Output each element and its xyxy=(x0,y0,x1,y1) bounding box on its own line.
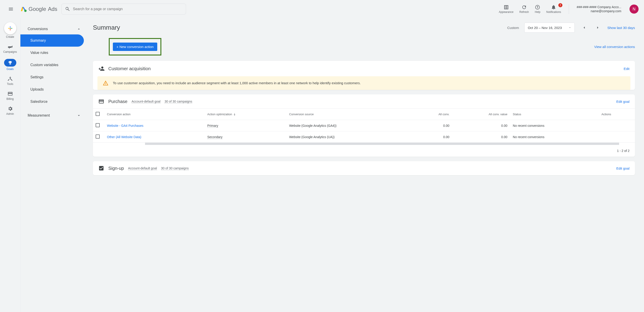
divider xyxy=(569,4,569,14)
notification-badge: ! xyxy=(558,3,562,7)
sidebar-item-value-rules[interactable]: Value rules xyxy=(20,47,84,59)
sort-down-icon xyxy=(233,113,236,116)
svg-point-0 xyxy=(24,9,27,12)
col-conversion-source[interactable]: Conversion source xyxy=(286,109,413,120)
card-title: Purchase xyxy=(108,99,128,104)
edit-link[interactable]: Edit xyxy=(624,67,630,71)
warning-banner: To use customer acquisition, you need to… xyxy=(98,76,630,90)
brand-ads-text: Ads xyxy=(48,6,57,12)
checkbox-icon xyxy=(98,165,104,171)
prev-period-button[interactable] xyxy=(580,23,588,32)
purchase-table: Conversion action Action optimization Co… xyxy=(93,109,635,143)
card-title: Sign-up xyxy=(108,166,124,171)
sidebar-section-measurement[interactable]: Measurement xyxy=(20,110,88,121)
top-actions: Appearance Refresh Help ! Notifications … xyxy=(499,4,638,14)
account-info[interactable]: ###-###-#### Company Acco... name@compan… xyxy=(577,5,621,13)
col-status[interactable]: Status xyxy=(510,109,599,120)
search-input[interactable] xyxy=(73,7,183,11)
select-all-checkbox[interactable] xyxy=(96,112,100,116)
highlight-box: + New conversion action xyxy=(109,38,161,55)
pagination-text: 1 - 2 of 2 xyxy=(93,145,635,157)
edit-goal-link[interactable]: Edit goal xyxy=(616,100,630,103)
avatar[interactable]: N xyxy=(630,4,638,13)
chevron-up-icon xyxy=(76,27,81,31)
tools-icon xyxy=(8,76,13,81)
help-button[interactable]: Help xyxy=(535,4,540,13)
sidebar-section-conversions[interactable]: Conversions xyxy=(20,23,88,34)
megaphone-icon xyxy=(8,44,13,49)
rail-campaigns[interactable]: Campaigns xyxy=(0,42,20,55)
col-actions[interactable]: Actions xyxy=(599,109,635,120)
sidebar-item-settings[interactable]: Settings xyxy=(20,71,84,83)
conversion-link[interactable]: Website - GA4 Purchases xyxy=(107,124,144,127)
card-icon xyxy=(98,98,104,104)
date-range-picker[interactable]: Oct 20 – Nov 16, 2023 xyxy=(524,23,575,33)
top-bar: Google Ads Appearance Refresh Help ! Not… xyxy=(0,0,644,18)
card-purchase: Purchase Account-default goal 30 of 30 c… xyxy=(93,94,635,157)
col-action-optimization[interactable]: Action optimization xyxy=(204,109,286,120)
appearance-icon xyxy=(504,4,509,10)
col-conversion-action[interactable]: Conversion action xyxy=(104,109,204,120)
main-content: Summary Custom Oct 20 – Nov 16, 2023 Sho… xyxy=(88,18,644,312)
col-all-conv-value[interactable]: All conv. value xyxy=(452,109,510,120)
warning-icon xyxy=(103,80,108,86)
rail-create[interactable]: Create xyxy=(0,20,20,40)
bell-icon xyxy=(551,4,556,10)
campaigns-link[interactable]: 30 of 30 campaigns xyxy=(161,166,189,170)
rail-admin[interactable]: Admin xyxy=(0,105,20,117)
new-conversion-button[interactable]: + New conversion action xyxy=(113,42,157,51)
show-last-30-link[interactable]: Show last 30 days xyxy=(607,26,635,30)
default-goal-link[interactable]: Account-default goal xyxy=(128,166,157,170)
dropdown-icon xyxy=(568,26,571,29)
refresh-button[interactable]: Refresh xyxy=(519,4,529,13)
row-checkbox[interactable] xyxy=(96,123,100,127)
sidebar-item-summary[interactable]: Summary xyxy=(20,34,84,47)
search-icon xyxy=(65,6,70,12)
help-icon xyxy=(535,4,540,10)
card-customer-acquisition: Customer acquisition Edit To use custome… xyxy=(93,61,635,90)
horizontal-scrollbar[interactable] xyxy=(145,143,619,145)
appearance-button[interactable]: Appearance xyxy=(499,4,514,13)
table-row[interactable]: Other (All Website Data) Secondary Websi… xyxy=(93,131,635,143)
chevron-left-icon xyxy=(582,25,586,30)
refresh-icon xyxy=(522,4,527,10)
sidebar-item-custom-variables[interactable]: Custom variables xyxy=(20,59,84,71)
card-icon xyxy=(8,91,13,96)
person-add-icon xyxy=(98,65,105,72)
create-button[interactable] xyxy=(4,22,16,34)
conversion-link[interactable]: Other (All Website Data) xyxy=(107,135,141,139)
sidebar: Conversions Summary Value rules Custom v… xyxy=(20,18,88,312)
page-title: Summary xyxy=(93,24,120,31)
gear-icon xyxy=(8,106,13,111)
table-row[interactable]: Website - GA4 Purchases Primary Website … xyxy=(93,120,635,131)
row-checkbox[interactable] xyxy=(96,134,100,139)
menu-icon xyxy=(8,6,14,12)
notifications-button[interactable]: ! Notifications xyxy=(546,4,561,13)
campaigns-link[interactable]: 30 of 30 campaigns xyxy=(164,100,192,103)
ads-logo-icon xyxy=(20,6,27,12)
menu-button[interactable] xyxy=(6,4,16,14)
next-period-button[interactable] xyxy=(594,23,602,32)
chevron-down-icon xyxy=(76,113,81,118)
sidebar-item-uploads[interactable]: Uploads xyxy=(20,83,84,95)
view-all-link[interactable]: View all conversion actions xyxy=(594,45,635,49)
card-title: Customer acquisition xyxy=(108,66,620,71)
trophy-icon xyxy=(8,60,13,65)
page-header: Summary Custom Oct 20 – Nov 16, 2023 Sho… xyxy=(93,23,635,33)
sidebar-item-salesforce[interactable]: Salesforce xyxy=(20,95,84,108)
plus-icon xyxy=(7,25,13,31)
action-row: + New conversion action View all convers… xyxy=(93,38,635,55)
rail-billing[interactable]: Billing xyxy=(0,90,20,102)
col-all-conv[interactable]: All conv. xyxy=(413,109,452,120)
rail-goals[interactable]: Goals xyxy=(0,57,20,72)
brand-google-text: Google xyxy=(28,6,46,12)
date-mode-label: Custom xyxy=(507,26,519,30)
default-goal-link[interactable]: Account-default goal xyxy=(132,100,161,103)
card-signup: Sign-up Account-default goal 30 of 30 ca… xyxy=(93,161,635,175)
edit-goal-link[interactable]: Edit goal xyxy=(616,166,630,170)
left-rail: Create Campaigns Goals Tools Billing Adm… xyxy=(0,18,20,312)
chevron-right-icon xyxy=(596,25,600,30)
logo[interactable]: Google Ads xyxy=(20,6,57,12)
search-box[interactable] xyxy=(62,4,186,14)
rail-tools[interactable]: Tools xyxy=(0,75,20,87)
